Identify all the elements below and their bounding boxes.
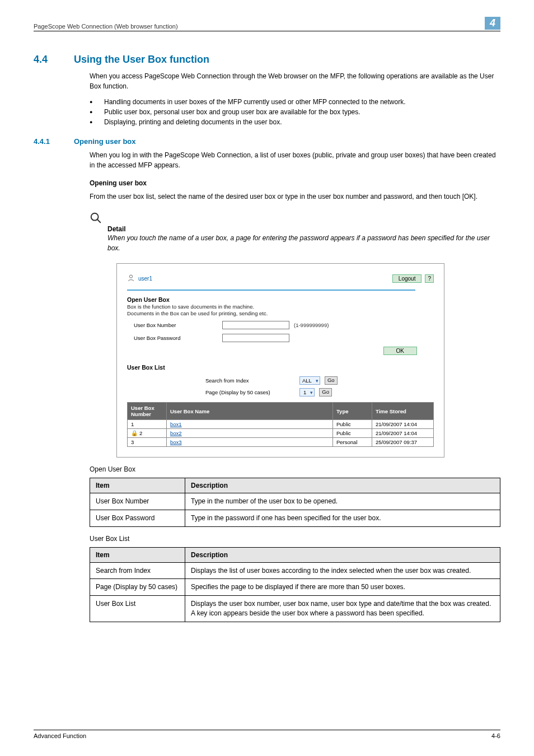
open-user-box-desc2: Documents in the Box can be used for pri… xyxy=(127,310,434,316)
detail-text: When you touch the name of a user box, a… xyxy=(107,233,500,253)
heading-4-4: 4.4Using the User Box function xyxy=(34,54,500,66)
index-go-button[interactable]: Go xyxy=(325,376,338,385)
cell-item: User Box Password xyxy=(90,510,185,526)
username-label: user1 xyxy=(138,276,152,282)
page-select[interactable]: 1 xyxy=(299,388,315,396)
open-user-box-desc1: Box is the function to save documents in… xyxy=(127,304,434,310)
cell-desc: Displays the list of user boxes accordin… xyxy=(185,562,500,579)
table-row: 1 box1 Public 21/09/2007 14:04 xyxy=(128,420,434,429)
svg-point-2 xyxy=(129,275,132,278)
cell-time: 21/09/2007 14:04 xyxy=(372,429,434,438)
ok-button[interactable]: OK xyxy=(383,347,417,355)
table-row: Page (Display by 50 cases) Specifies the… xyxy=(90,579,500,596)
cell-number: 1 xyxy=(128,420,167,429)
bullet-item: Handling documents in user boxes of the … xyxy=(90,97,500,107)
user-box-list-heading: User Box List xyxy=(127,364,434,371)
heading-4-4-number: 4.4 xyxy=(34,54,74,66)
cell-number: 3 xyxy=(128,438,167,447)
cell-desc: Specifies the page to be displayed if th… xyxy=(185,579,500,596)
col-item: Item xyxy=(90,547,185,562)
cell-desc: Type in the password if one has been spe… xyxy=(185,510,500,526)
col-description: Description xyxy=(185,478,500,493)
header-breadcrumb: PageScope Web Connection (Web browser fu… xyxy=(34,23,178,30)
sub-heading: Opening user box xyxy=(90,179,500,187)
intro-paragraph: When you access PageScope Web Connection… xyxy=(90,71,500,91)
cell-type: Public xyxy=(333,420,372,429)
col-user-box-number: User Box Number xyxy=(128,403,167,420)
open-user-box-caption: Open User Box xyxy=(90,465,500,473)
search-from-index-label: Search from Index xyxy=(205,377,295,384)
search-from-index-select[interactable]: ALL xyxy=(299,376,320,385)
lock-icon: 🔒 xyxy=(131,430,138,436)
cell-item: Page (Display by 50 cases) xyxy=(90,579,185,596)
cell-item: Search from Index xyxy=(90,562,185,579)
table-row: User Box List Displays the user box numb… xyxy=(90,596,500,622)
footer-left: Advanced Function xyxy=(34,732,86,739)
section-number-badge: 4 xyxy=(485,17,500,30)
cell-desc: Type in the number of the user box to be… xyxy=(185,493,500,510)
user-box-list-table: User Box Number User Box Name Type Time … xyxy=(127,402,434,447)
cell-time: 25/09/2007 09:37 xyxy=(372,438,434,447)
paragraph: When you log in with the PageScope Web C… xyxy=(90,150,500,170)
cell-item: User Box List xyxy=(90,596,185,622)
user-box-number-input[interactable] xyxy=(222,321,289,329)
col-item: Item xyxy=(90,478,185,493)
svg-line-1 xyxy=(97,220,101,223)
bullet-item: Displaying, printing and deleting docume… xyxy=(90,117,500,127)
col-user-box-name: User Box Name xyxy=(167,403,333,420)
heading-4-4-1: 4.4.1Opening user box xyxy=(34,137,500,146)
table-row: 🔒2 box2 Public 21/09/2007 14:04 xyxy=(128,429,434,438)
table-row: 3 box3 Personal 25/09/2007 09:37 xyxy=(128,438,434,447)
footer-right: 4-6 xyxy=(491,732,500,739)
box-link[interactable]: box2 xyxy=(170,430,182,436)
logout-button[interactable]: Logout xyxy=(392,274,422,283)
user-box-password-label: User Box Password xyxy=(134,335,218,341)
table-row: Search from Index Displays the list of u… xyxy=(90,562,500,579)
paragraph: From the user box list, select the name … xyxy=(90,192,500,202)
page-go-button[interactable]: Go xyxy=(319,388,332,396)
heading-4-4-1-number: 4.4.1 xyxy=(34,137,74,146)
bullet-list: Handling documents in user boxes of the … xyxy=(90,97,500,127)
table-row: User Box Password Type in the password i… xyxy=(90,510,500,526)
col-time-stored: Time Stored xyxy=(372,403,434,420)
user-box-list-desc-table: Item Description Search from Index Displ… xyxy=(90,547,500,622)
bullet-item: Public user box, personal user box and g… xyxy=(90,107,500,117)
cell-item: User Box Number xyxy=(90,493,185,510)
cell-type: Public xyxy=(333,429,372,438)
help-button[interactable]: ? xyxy=(425,274,434,283)
user-box-list-caption: User Box List xyxy=(90,535,500,543)
user-icon xyxy=(127,274,135,283)
table-row: User Box Number Type in the number of th… xyxy=(90,493,500,510)
heading-4-4-title: Using the User Box function xyxy=(74,54,209,65)
col-type: Type xyxy=(333,403,372,420)
magnifier-icon xyxy=(90,212,102,224)
heading-4-4-1-title: Opening user box xyxy=(74,137,136,146)
user-box-number-range: (1-999999999) xyxy=(294,322,329,328)
cell-number: 🔒2 xyxy=(128,429,167,438)
open-user-box-desc-table: Item Description User Box Number Type in… xyxy=(90,478,500,527)
cell-type: Personal xyxy=(333,438,372,447)
col-description: Description xyxy=(185,547,500,562)
open-user-box-heading: Open User Box xyxy=(127,296,434,303)
user-box-password-input[interactable] xyxy=(222,334,289,342)
embedded-ui-screenshot: user1 Logout ? Open User Box Box is the … xyxy=(116,263,444,458)
cell-desc: Displays the user box number, user box n… xyxy=(185,596,500,622)
detail-label: Detail xyxy=(107,225,500,233)
page-display-label: Page (Display by 50 cases) xyxy=(205,389,295,395)
cell-time: 21/09/2007 14:04 xyxy=(372,420,434,429)
box-link[interactable]: box1 xyxy=(170,421,182,427)
box-link[interactable]: box3 xyxy=(170,439,182,445)
user-box-number-label: User Box Number xyxy=(134,322,218,328)
